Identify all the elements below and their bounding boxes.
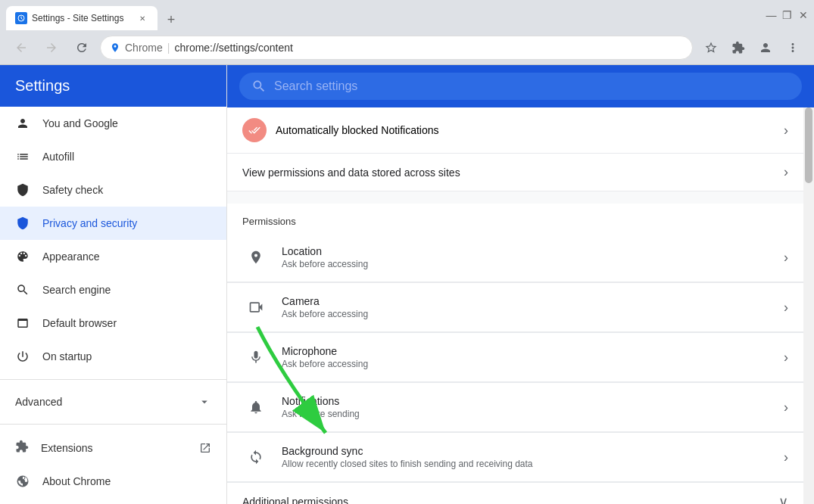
sidebar-item-about-chrome[interactable]: About Chrome [0, 465, 226, 498]
scrollbar-track[interactable] [803, 107, 814, 504]
location-icon [242, 244, 270, 271]
reload-button[interactable] [70, 36, 94, 60]
auto-blocked-title: Automatically blocked Notifications [276, 124, 439, 136]
minimize-button[interactable]: — [766, 11, 776, 20]
background-sync-chevron: › [784, 450, 788, 465]
list-icon [15, 149, 30, 164]
browser-icon [15, 316, 30, 331]
browser-content: Settings You and Google Autofill Safety … [0, 65, 814, 504]
chrome-icon [15, 474, 30, 489]
sidebar-item-label: You and Google [42, 117, 118, 129]
tab-bar: Settings - Site Settings ✕ + [6, 0, 760, 30]
microphone-title: Microphone [282, 345, 784, 357]
permission-location-item[interactable]: Location Ask before accessing › [227, 233, 803, 282]
view-permissions-item[interactable]: View permissions and data stored across … [227, 154, 803, 191]
scrollbar-thumb[interactable] [805, 107, 812, 183]
additional-permissions-chevron: ∨ [778, 493, 788, 504]
url-bar[interactable]: Chrome | chrome://settings/content [100, 36, 693, 60]
close-button[interactable]: ✕ [798, 11, 808, 20]
background-sync-subtitle: Allow recently closed sites to finish se… [282, 459, 784, 469]
external-link-icon [199, 442, 211, 454]
sidebar-item-you-google[interactable]: You and Google [0, 107, 226, 140]
view-permissions-chevron: › [784, 164, 788, 180]
location-title: Location [282, 245, 784, 257]
permissions-section-label: Permissions [227, 204, 803, 233]
address-bar: Chrome | chrome://settings/content [0, 30, 814, 65]
permission-notifications-item[interactable]: Notifications Ask before sending › [227, 383, 803, 432]
menu-button[interactable] [781, 36, 805, 60]
notifications-title: Notifications [282, 395, 784, 407]
sidebar: Settings You and Google Autofill Safety … [0, 65, 227, 504]
chevron-down-icon [198, 395, 211, 409]
url-separator: | [167, 42, 170, 54]
search-inner[interactable] [239, 73, 802, 100]
forward-button[interactable] [39, 36, 64, 60]
window-controls: — ❐ ✕ [766, 11, 808, 20]
tab-close-button[interactable]: ✕ [136, 12, 148, 24]
sidebar-item-label: On startup [42, 350, 92, 362]
extensions-icon [15, 440, 29, 456]
search-icon [251, 79, 267, 94]
sidebar-divider-2 [0, 424, 226, 425]
maximize-button[interactable]: ❐ [782, 11, 792, 20]
section-gap-1 [227, 191, 803, 204]
search-input[interactable] [274, 79, 790, 93]
camera-icon [242, 294, 270, 321]
title-bar: Settings - Site Settings ✕ + — ❐ ✕ [0, 0, 814, 30]
location-chevron: › [784, 250, 788, 266]
sidebar-item-safety-check[interactable]: Safety check [0, 173, 226, 207]
back-button[interactable] [9, 36, 33, 60]
tab-title: Settings - Site Settings [32, 13, 132, 23]
location-subtitle: Ask before accessing [282, 259, 784, 269]
sidebar-item-search-engine[interactable]: Search engine [0, 273, 226, 306]
additional-permissions-item[interactable]: Additional permissions ∨ [227, 483, 803, 504]
additional-permissions-title: Additional permissions [242, 496, 778, 504]
camera-chevron: › [784, 300, 788, 316]
bookmark-button[interactable] [699, 36, 723, 60]
auto-blocked-item[interactable]: Automatically blocked Notifications › [227, 107, 803, 154]
permission-background-sync-item[interactable]: Background sync Allow recently closed si… [227, 433, 803, 482]
sidebar-item-label: Search engine [42, 284, 111, 296]
sidebar-item-autofill[interactable]: Autofill [0, 140, 226, 173]
shield-blue-icon [15, 216, 30, 231]
url-chrome-text: Chrome [125, 42, 163, 54]
sidebar-item-label: Default browser [42, 317, 117, 329]
view-permissions-title: View permissions and data stored across … [242, 166, 784, 179]
sidebar-advanced-button[interactable]: Advanced [0, 386, 226, 418]
active-tab[interactable]: Settings - Site Settings ✕ [6, 6, 157, 30]
notifications-subtitle: Ask before sending [282, 409, 784, 419]
sidebar-item-on-startup[interactable]: On startup [0, 340, 226, 373]
microphone-subtitle: Ask before accessing [282, 359, 784, 369]
main-panel: Automatically blocked Notifications › Vi… [227, 107, 814, 504]
extensions-button[interactable] [726, 36, 750, 60]
sidebar-item-label: Autofill [42, 151, 74, 163]
auto-blocked-chevron: › [784, 123, 788, 138]
tab-favicon [15, 12, 27, 24]
notifications-chevron: › [784, 400, 788, 415]
address-actions [699, 36, 805, 60]
notifications-icon [242, 394, 270, 421]
advanced-label: Advanced [15, 396, 62, 408]
background-sync-title: Background sync [282, 445, 784, 457]
extensions-label: Extensions [41, 442, 92, 454]
sidebar-title: Settings [0, 65, 226, 107]
microphone-chevron: › [784, 350, 788, 366]
new-tab-button[interactable]: + [161, 9, 182, 30]
power-icon [15, 349, 30, 364]
camera-subtitle: Ask before accessing [282, 309, 784, 319]
about-chrome-label: About Chrome [42, 475, 111, 487]
palette-icon [15, 249, 30, 264]
permission-microphone-item[interactable]: Microphone Ask before accessing › [227, 333, 803, 382]
sidebar-item-appearance[interactable]: Appearance [0, 240, 226, 273]
profile-button[interactable] [753, 36, 778, 60]
shield-icon [15, 182, 30, 198]
sidebar-item-label: Appearance [42, 250, 100, 263]
camera-title: Camera [282, 295, 784, 307]
sidebar-extensions-button[interactable]: Extensions [0, 431, 226, 465]
sidebar-item-default-browser[interactable]: Default browser [0, 306, 226, 340]
auto-blocked-icon [242, 118, 267, 142]
search-icon [15, 282, 30, 297]
permission-camera-item[interactable]: Camera Ask before accessing › [227, 283, 803, 332]
content-area: Automatically blocked Notifications › Vi… [227, 107, 803, 504]
sidebar-item-privacy-security[interactable]: Privacy and security [0, 207, 226, 240]
